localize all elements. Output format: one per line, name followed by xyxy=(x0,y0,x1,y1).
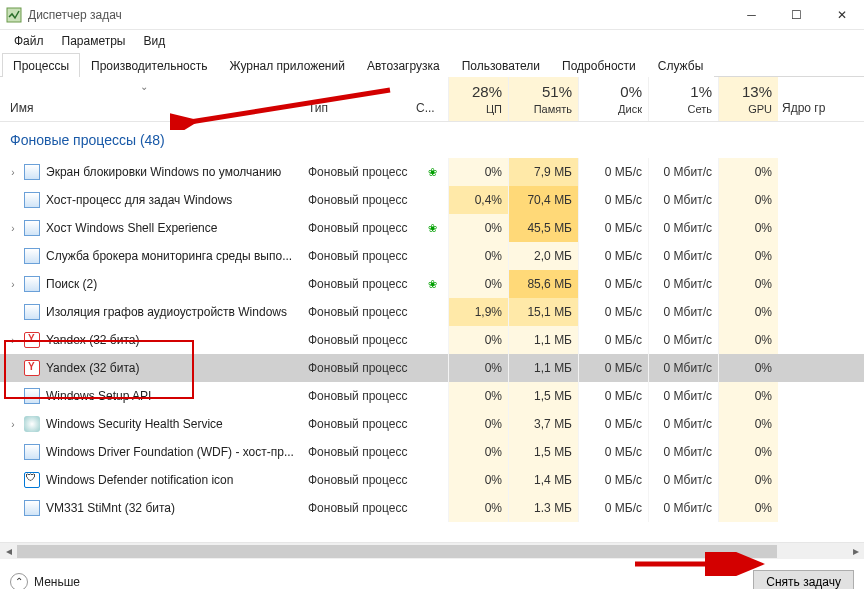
maximize-button[interactable]: ☐ xyxy=(774,0,819,30)
process-row[interactable]: ›Windows Security Health ServiceФоновый … xyxy=(0,410,864,438)
fewer-details-button[interactable]: ⌃ Меньше xyxy=(10,573,80,590)
scroll-thumb[interactable] xyxy=(17,545,777,558)
process-icon xyxy=(24,276,40,292)
disk-lbl: Диск xyxy=(618,103,642,115)
col-network[interactable]: 1%Сеть xyxy=(648,77,718,121)
group-header: Фоновые процессы (48) xyxy=(0,122,864,158)
col-type[interactable]: Тип xyxy=(308,77,416,121)
tabs: Процессы Производительность Журнал прило… xyxy=(0,52,864,77)
col-memory[interactable]: 51%Память xyxy=(508,77,578,121)
process-name: Windows Security Health Service xyxy=(46,417,223,431)
process-row[interactable]: ›Хост Windows Shell ExperienceФоновый пр… xyxy=(0,214,864,242)
process-icon xyxy=(24,416,40,432)
process-row[interactable]: Windows Defender notification iconФоновы… xyxy=(0,466,864,494)
process-status: ❀ xyxy=(416,165,448,179)
scroll-left-icon[interactable]: ◂ xyxy=(0,543,17,560)
mem-cell: 45,5 МБ xyxy=(508,214,578,242)
gpu-cell: 0% xyxy=(718,326,778,354)
process-row[interactable]: ›Поиск (2)Фоновый процесс❀0%85,6 МБ0 МБ/… xyxy=(0,270,864,298)
cpu-cell: 0% xyxy=(448,270,508,298)
disk-cell: 0 МБ/с xyxy=(578,326,648,354)
net-cell: 0 Мбит/с xyxy=(648,158,718,186)
menu-options[interactable]: Параметры xyxy=(54,32,134,50)
disk-cell: 0 МБ/с xyxy=(578,270,648,298)
expand-icon[interactable]: › xyxy=(6,167,20,178)
process-name: Windows Defender notification icon xyxy=(46,473,233,487)
net-cell: 0 Мбит/с xyxy=(648,298,718,326)
tab-startup[interactable]: Автозагрузка xyxy=(356,53,451,77)
net-cell: 0 Мбит/с xyxy=(648,382,718,410)
process-row[interactable]: Windows Driver Foundation (WDF) - хост-п… xyxy=(0,438,864,466)
process-row[interactable]: Yandex (32 бита)Фоновый процесс0%1,1 МБ0… xyxy=(0,354,864,382)
process-name: Yandex (32 бита) xyxy=(46,361,139,375)
horizontal-scrollbar[interactable]: ◂ ▸ xyxy=(0,542,864,559)
expand-icon[interactable]: › xyxy=(6,279,20,290)
col-name-label: Имя xyxy=(10,101,33,115)
process-row[interactable]: Windows Setup APIФоновый процесс0%1,5 МБ… xyxy=(0,382,864,410)
col-status[interactable]: С... xyxy=(416,77,448,121)
tab-apphistory[interactable]: Журнал приложений xyxy=(219,53,356,77)
tab-processes[interactable]: Процессы xyxy=(2,53,80,77)
mem-cell: 1.3 МБ xyxy=(508,494,578,522)
expand-icon[interactable]: › xyxy=(6,335,20,346)
gpu-cell: 0% xyxy=(718,466,778,494)
process-type: Фоновый процесс xyxy=(308,417,416,431)
process-row[interactable]: Хост-процесс для задач WindowsФоновый пр… xyxy=(0,186,864,214)
minimize-button[interactable]: ─ xyxy=(729,0,774,30)
mem-cell: 1,1 МБ xyxy=(508,326,578,354)
col-disk[interactable]: 0%Диск xyxy=(578,77,648,121)
cpu-cell: 0% xyxy=(448,438,508,466)
process-type: Фоновый процесс xyxy=(308,277,416,291)
gpu-cell: 0% xyxy=(718,242,778,270)
mem-pct: 51% xyxy=(542,83,572,100)
disk-cell: 0 МБ/с xyxy=(578,354,648,382)
gpu-cell: 0% xyxy=(718,410,778,438)
col-cpu[interactable]: 28%ЦП xyxy=(448,77,508,121)
net-cell: 0 Мбит/с xyxy=(648,214,718,242)
leaf-icon: ❀ xyxy=(428,278,437,290)
disk-pct: 0% xyxy=(620,83,642,100)
col-name[interactable]: ⌄ Имя xyxy=(0,77,308,121)
process-status: ❀ xyxy=(416,277,448,291)
process-type: Фоновый процесс xyxy=(308,221,416,235)
net-cell: 0 Мбит/с xyxy=(648,438,718,466)
cpu-cell: 0% xyxy=(448,158,508,186)
process-icon xyxy=(24,388,40,404)
col-extra[interactable]: Ядро гр xyxy=(778,77,864,121)
tab-details[interactable]: Подробности xyxy=(551,53,647,77)
disk-cell: 0 МБ/с xyxy=(578,382,648,410)
cpu-cell: 0% xyxy=(448,494,508,522)
footer: ⌃ Меньше Снять задачу xyxy=(0,559,864,589)
svg-rect-0 xyxy=(7,8,21,22)
sort-arrow-icon: ⌄ xyxy=(140,81,148,92)
cpu-lbl: ЦП xyxy=(486,103,502,115)
process-icon xyxy=(24,500,40,516)
process-name: Yandex (32 бита) xyxy=(46,333,139,347)
mem-cell: 1,4 МБ xyxy=(508,466,578,494)
process-icon xyxy=(24,192,40,208)
process-row[interactable]: ›Экран блокировки Windows по умолчаниюФо… xyxy=(0,158,864,186)
col-gpu[interactable]: 13%GPU xyxy=(718,77,778,121)
menu-file[interactable]: Файл xyxy=(6,32,52,50)
net-cell: 0 Мбит/с xyxy=(648,186,718,214)
process-status: ❀ xyxy=(416,221,448,235)
menu-view[interactable]: Вид xyxy=(135,32,173,50)
process-row[interactable]: Служба брокера мониторинга среды выпо...… xyxy=(0,242,864,270)
process-row[interactable]: Изоляция графов аудиоустройств WindowsФо… xyxy=(0,298,864,326)
close-button[interactable]: ✕ xyxy=(819,0,864,30)
gpu-cell: 0% xyxy=(718,270,778,298)
expand-icon[interactable]: › xyxy=(6,223,20,234)
tab-performance[interactable]: Производительность xyxy=(80,53,218,77)
tab-services[interactable]: Службы xyxy=(647,53,714,77)
process-row[interactable]: ›Yandex (32 бита)Фоновый процесс0%1,1 МБ… xyxy=(0,326,864,354)
process-row[interactable]: VM331 StiMnt (32 бита)Фоновый процесс0%1… xyxy=(0,494,864,522)
net-cell: 0 Мбит/с xyxy=(648,242,718,270)
net-cell: 0 Мбит/с xyxy=(648,494,718,522)
scroll-right-icon[interactable]: ▸ xyxy=(847,543,864,560)
end-task-button[interactable]: Снять задачу xyxy=(753,570,854,590)
disk-cell: 0 МБ/с xyxy=(578,186,648,214)
process-list[interactable]: Фоновые процессы (48) ›Экран блокировки … xyxy=(0,122,864,542)
tab-users[interactable]: Пользователи xyxy=(451,53,551,77)
process-name: Windows Setup API xyxy=(46,389,151,403)
expand-icon[interactable]: › xyxy=(6,419,20,430)
